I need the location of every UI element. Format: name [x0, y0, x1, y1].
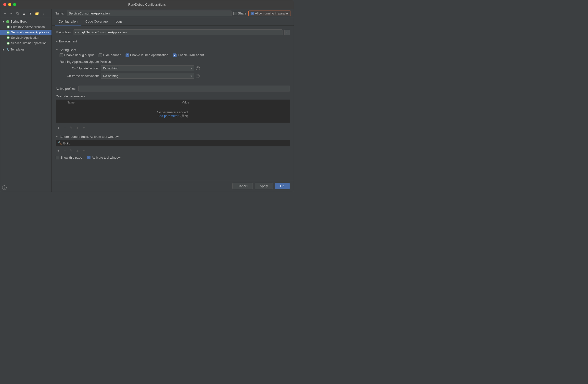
before-launch-header[interactable]: ▼ Before launch: Build, Activate tool wi…: [56, 133, 290, 140]
service-hi-label: ServiceHiApplication: [11, 36, 39, 40]
on-update-help-button[interactable]: ?: [196, 66, 200, 70]
copy-config-button[interactable]: ⧉: [15, 11, 20, 16]
sidebar-item-eureka[interactable]: EurekaServerApplication: [0, 24, 51, 30]
config-body: Main class: ··· ▶ Environment ▼ Spring B…: [52, 25, 294, 180]
environment-arrow-icon: ▶: [56, 40, 58, 43]
activate-tool-window-checkbox[interactable]: [87, 156, 90, 159]
remove-config-button[interactable]: −: [9, 11, 14, 16]
active-profiles-row: Active profiles:: [56, 85, 290, 91]
close-button[interactable]: [3, 3, 6, 6]
show-this-page-checkbox[interactable]: [56, 156, 59, 159]
enable-launch-opt-checkbox[interactable]: [126, 53, 129, 57]
svg-point-2: [7, 21, 8, 22]
spring-boot-folder-icon: [6, 20, 10, 23]
active-profiles-input[interactable]: [79, 85, 290, 91]
on-frame-select[interactable]: Do nothing Update resources Update class…: [101, 73, 194, 79]
enable-debug-output-item: Enable debug output: [60, 53, 94, 57]
sidebar-item-service-turbine[interactable]: ServiceTurbineApplication: [0, 41, 51, 46]
templates-arrow: ▶: [2, 48, 5, 51]
sidebar: + − ⧉ ▲ ▼ 📁 ↕ ▼: [0, 9, 52, 192]
share-area: Share: [233, 12, 246, 15]
tabs-bar: Configuration Code Coverage Logs: [52, 18, 294, 25]
main-class-label: Main class:: [56, 30, 72, 34]
service-turbine-icon: [6, 41, 10, 45]
build-move-up-button[interactable]: ▲: [75, 148, 80, 153]
name-input[interactable]: [67, 11, 231, 16]
sidebar-help-button[interactable]: ?: [2, 185, 7, 190]
params-toolbar: + − ✎ ▲ ▼: [56, 124, 290, 131]
right-panel: Name: Share Allow running in parallel Co…: [52, 9, 294, 192]
show-this-page-item: Show this page: [56, 156, 82, 159]
svg-point-8: [8, 32, 9, 33]
enable-debug-output-label: Enable debug output: [64, 53, 94, 57]
params-col-name: Name: [65, 100, 180, 106]
params-edit-button[interactable]: ✎: [68, 125, 74, 130]
params-col-check: [56, 100, 65, 106]
on-frame-row: On frame deactivation: Do nothing Update…: [60, 73, 290, 79]
bottom-checkboxes: Show this page Activate tool window: [56, 156, 290, 159]
cancel-button[interactable]: Cancel: [232, 183, 252, 189]
sidebar-item-templates[interactable]: ▶ 🔧 Templates: [0, 47, 51, 52]
share-checkbox[interactable]: [233, 12, 237, 15]
sidebar-item-service-hi[interactable]: ServiceHiApplication: [0, 35, 51, 41]
build-remove-button[interactable]: −: [62, 148, 67, 153]
add-param-link[interactable]: Add parameter: [157, 114, 179, 118]
service-hi-icon: [6, 36, 10, 40]
maximize-button[interactable]: [13, 3, 16, 6]
params-add-button[interactable]: +: [56, 125, 61, 130]
ok-button[interactable]: OK: [275, 183, 290, 189]
main-class-browse-button[interactable]: ···: [284, 30, 290, 35]
tab-configuration[interactable]: Configuration: [55, 18, 82, 25]
hide-banner-label: Hide banner: [103, 53, 121, 57]
build-item: 🔨 Build: [56, 140, 290, 146]
eureka-label: EurekaServerApplication: [11, 25, 45, 29]
move-up-button[interactable]: ▲: [21, 11, 27, 16]
params-empty-cell: No parameters added. Add parameter (⌘N): [56, 106, 290, 123]
share-label: Share: [238, 12, 246, 15]
templates-icon: 🔧: [6, 48, 10, 51]
add-param-shortcut: (⌘N): [180, 114, 188, 118]
allow-parallel-checkbox[interactable]: [251, 12, 254, 15]
on-update-select[interactable]: Do nothing Update resources Update class…: [101, 65, 194, 71]
svg-point-5: [8, 27, 9, 27]
add-config-button[interactable]: +: [2, 11, 8, 16]
params-remove-button[interactable]: −: [62, 125, 67, 130]
spring-boot-arrow-icon: ▼: [56, 48, 58, 51]
hide-banner-checkbox[interactable]: [99, 53, 102, 57]
sort-button[interactable]: ↕: [41, 11, 46, 16]
enable-debug-output-checkbox[interactable]: [60, 53, 63, 57]
on-frame-help-button[interactable]: ?: [196, 74, 200, 78]
enable-launch-opt-label: Enable launch optimization: [130, 53, 168, 57]
enable-jmx-label: Enable JMX agent: [178, 53, 204, 57]
params-move-down-button[interactable]: ▼: [81, 125, 86, 130]
sidebar-item-service-consumer[interactable]: ServiceConsumerApplication: [0, 30, 51, 35]
activate-tool-window-label: Activate tool window: [92, 156, 121, 159]
build-move-down-button[interactable]: ▼: [81, 148, 86, 153]
move-down-button[interactable]: ▼: [28, 11, 33, 16]
enable-jmx-checkbox[interactable]: [173, 53, 177, 57]
main-class-input[interactable]: [74, 29, 282, 35]
tab-logs[interactable]: Logs: [112, 18, 126, 25]
active-profiles-label: Active profiles:: [56, 87, 77, 90]
spring-boot-section: ▼ Spring Boot Enable debug output: [56, 47, 290, 83]
titlebar: Run/Debug Configurations: [0, 0, 294, 9]
params-table: Name Value No parameters added. Add para…: [56, 100, 290, 123]
params-empty-row: No parameters added. Add parameter (⌘N): [56, 106, 290, 123]
apply-button[interactable]: Apply: [255, 183, 273, 189]
main-content: + − ⧉ ▲ ▼ 📁 ↕ ▼: [0, 9, 294, 192]
spring-boot-label: Spring Boot: [11, 20, 26, 23]
environment-header[interactable]: ▶ Environment: [56, 38, 290, 45]
svg-point-11: [8, 38, 9, 38]
params-move-up-button[interactable]: ▲: [75, 125, 80, 130]
spring-boot-section-content: Enable debug output Hide banner Enable l…: [56, 53, 290, 83]
spring-boot-section-header[interactable]: ▼ Spring Boot: [56, 47, 290, 53]
minimize-button[interactable]: [8, 3, 11, 6]
folder-button[interactable]: 📁: [34, 11, 40, 16]
sidebar-toolbar: + − ⧉ ▲ ▼ 📁 ↕: [0, 9, 51, 18]
tab-code-coverage[interactable]: Code Coverage: [82, 18, 112, 25]
build-add-button[interactable]: +: [56, 148, 61, 153]
before-launch-section: ▼ Before launch: Build, Activate tool wi…: [56, 133, 290, 159]
spring-boot-group[interactable]: ▼ Spring Boot: [0, 19, 51, 24]
spring-boot-checkboxes: Enable debug output Hide banner Enable l…: [60, 53, 290, 57]
build-edit-button[interactable]: ✎: [68, 148, 74, 153]
